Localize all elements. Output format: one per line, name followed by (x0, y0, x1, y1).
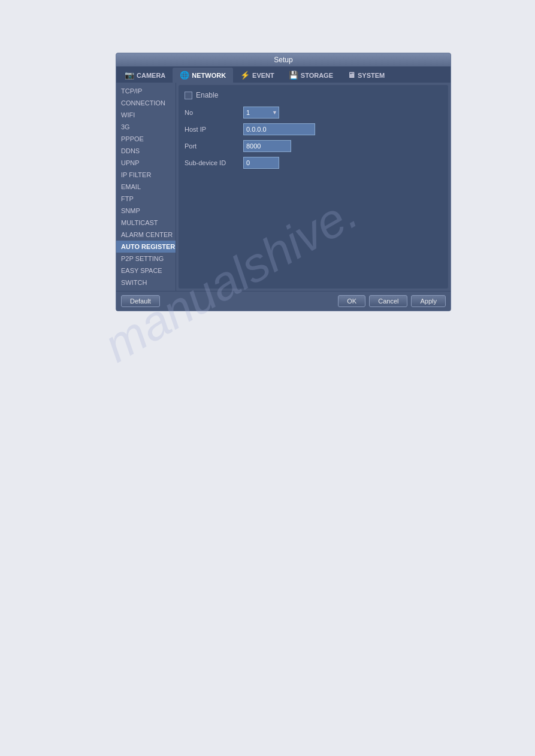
sidebar-item-multicast[interactable]: MULTICAST (116, 217, 176, 229)
tab-event-label: EVENT (252, 72, 274, 79)
tab-event[interactable]: ⚡ EVENT (233, 68, 282, 83)
enable-label: Enable (196, 91, 218, 99)
content-panel: Enable No 1 ▼ Host IP Port (179, 85, 448, 289)
main-content: TCP/IP CONNECTION WIFI 3G PPPOE DDNS UPN… (116, 83, 451, 291)
label-subdeviceid: Sub-device ID (185, 159, 238, 166)
title-bar: Setup (116, 53, 451, 66)
tab-bar: 📷 CAMERA 🌐 NETWORK ⚡ EVENT 💾 STORAGE 🖥 S… (116, 66, 451, 83)
form-row-no: No 1 ▼ (185, 107, 442, 119)
sidebar-item-easyspace[interactable]: EASY SPACE (116, 265, 176, 277)
form-row-hostip: Host IP (185, 123, 442, 135)
port-input[interactable] (243, 140, 291, 152)
tab-camera-label: CAMERA (137, 72, 165, 79)
tab-camera[interactable]: 📷 CAMERA (117, 68, 173, 83)
apply-button[interactable]: Apply (411, 295, 446, 307)
system-icon: 🖥 (347, 71, 355, 80)
event-icon: ⚡ (240, 71, 250, 80)
tab-network[interactable]: 🌐 NETWORK (173, 68, 233, 83)
sidebar-item-wifi[interactable]: WIFI (116, 109, 176, 121)
sidebar-item-tcpip[interactable]: TCP/IP (116, 85, 176, 97)
sidebar-item-autoregister[interactable]: AUTO REGISTER (116, 241, 176, 253)
sidebar: TCP/IP CONNECTION WIFI 3G PPPOE DDNS UPN… (116, 83, 176, 291)
sidebar-item-email[interactable]: EMAIL (116, 181, 176, 193)
sidebar-item-alarmcenter[interactable]: ALARM CENTER (116, 229, 176, 241)
tab-system-label: SYSTEM (358, 72, 385, 79)
sidebar-item-pppoe[interactable]: PPPOE (116, 133, 176, 145)
enable-row: Enable (185, 91, 442, 99)
label-hostip: Host IP (185, 126, 238, 133)
sidebar-item-ftp[interactable]: FTP (116, 193, 176, 205)
label-port: Port (185, 142, 238, 150)
ok-button[interactable]: OK (338, 295, 365, 307)
storage-icon: 💾 (289, 71, 298, 80)
cancel-button[interactable]: Cancel (369, 295, 407, 307)
dialog-title: Setup (274, 56, 292, 64)
tab-system[interactable]: 🖥 SYSTEM (340, 68, 392, 83)
enable-checkbox[interactable] (185, 92, 192, 99)
form-row-port: Port (185, 140, 442, 152)
tab-storage[interactable]: 💾 STORAGE (282, 68, 340, 83)
sidebar-item-connection[interactable]: CONNECTION (116, 97, 176, 109)
sidebar-item-3g[interactable]: 3G (116, 121, 176, 133)
sidebar-item-p2psetting[interactable]: P2P SETTING (116, 253, 176, 265)
subdeviceid-input[interactable] (243, 157, 279, 169)
bottom-bar: Default OK Cancel Apply (116, 291, 451, 311)
no-select[interactable]: 1 (243, 107, 279, 119)
label-no: No (185, 109, 238, 116)
default-button[interactable]: Default (121, 295, 160, 307)
no-dropdown-wrapper: 1 ▼ (243, 107, 279, 119)
setup-dialog: Setup 📷 CAMERA 🌐 NETWORK ⚡ EVENT 💾 STORA… (116, 53, 451, 311)
sidebar-item-ddns[interactable]: DDNS (116, 145, 176, 157)
sidebar-item-upnp[interactable]: UPNP (116, 157, 176, 169)
form-row-subdeviceid: Sub-device ID (185, 157, 442, 169)
camera-icon: 📷 (125, 71, 134, 80)
sidebar-item-snmp[interactable]: SNMP (116, 205, 176, 217)
action-buttons: OK Cancel Apply (338, 295, 446, 307)
tab-network-label: NETWORK (192, 72, 226, 79)
hostip-input[interactable] (243, 123, 315, 135)
sidebar-item-switch[interactable]: SWITCH (116, 277, 176, 289)
sidebar-item-ipfilter[interactable]: IP FILTER (116, 169, 176, 181)
network-icon: 🌐 (180, 71, 189, 80)
tab-storage-label: STORAGE (301, 72, 333, 79)
